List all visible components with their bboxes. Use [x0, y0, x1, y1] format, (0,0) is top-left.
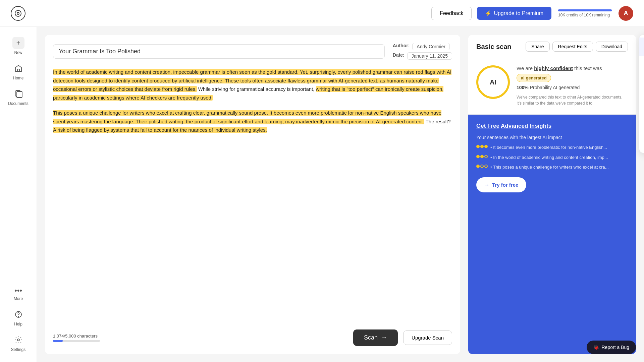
dropdown-item[interactable]: Writing feedback [639, 94, 644, 113]
plus-icon: + [12, 37, 24, 49]
insight-row: • In the world of academic writing and c… [476, 154, 628, 161]
confidence-strong: highly confident [534, 65, 573, 71]
doc-body: In the world of academic writing and con… [53, 68, 452, 324]
credits-info: 10K credits of 10K remaining [558, 9, 612, 17]
upgrade-scan-button[interactable]: Upgrade Scan [403, 330, 452, 345]
app-logo[interactable] [11, 6, 25, 21]
dot [484, 155, 488, 158]
progress-bar-track [53, 340, 100, 342]
dot [484, 165, 488, 168]
dropdown-item[interactable]: Search Sources [639, 131, 644, 150]
credits-text: 10K credits of 10K remaining [558, 13, 610, 17]
try-free-label: Try for free [492, 182, 518, 188]
avatar[interactable]: A [619, 6, 633, 21]
progress-bar-fill [53, 340, 63, 342]
dot [480, 165, 484, 168]
doc-header: Author: Andy Cormier Date: January 11, 2… [53, 43, 452, 60]
svg-point-6 [18, 316, 18, 317]
insights-title: Get Free Advanced Insights [476, 123, 628, 129]
dot [480, 155, 484, 158]
scan-title: Basic scan [476, 43, 512, 51]
sidebar-item-help[interactable]: Help [0, 306, 37, 331]
dot [480, 145, 484, 148]
confidence-end: this text was [574, 65, 602, 71]
scan-result-headline: We are highly confident this text was [517, 65, 628, 71]
highlighted-text-3: This poses a unique challenge for writer… [53, 110, 441, 124]
sidebar-settings-label: Settings [11, 347, 25, 352]
try-free-button[interactable]: → Try for free [476, 177, 526, 192]
arrow-right-icon: → [484, 182, 489, 188]
date-row: Date: January 11, 2025 [393, 52, 452, 60]
scan-result-note: We've compared this text to other AI-gen… [517, 94, 628, 106]
dot [476, 165, 480, 168]
insights-subtitle: Your sentences with the largest AI impac… [476, 135, 628, 140]
insight-text: • It becomes even more problematic for n… [490, 144, 607, 151]
home-icon [14, 64, 22, 74]
dropdown-item[interactable]: Plagiarism scan [639, 113, 644, 131]
insight-row: • It becomes even more problematic for n… [476, 144, 628, 151]
request-edits-button[interactable]: Request Edits [552, 42, 593, 52]
svg-point-0 [15, 10, 21, 16]
author-value: Andy Cormier [412, 43, 450, 50]
paragraph-1: In the world of academic writing and con… [53, 68, 452, 102]
feedback-button[interactable]: Feedback [431, 7, 472, 20]
doc-meta: Author: Andy Cormier Date: January 11, 2… [393, 43, 452, 60]
sidebar-item-more[interactable]: ••• More [0, 282, 37, 306]
highlighted-text-4: A risk of being flagged by systems that … [53, 127, 267, 133]
download-button[interactable]: Download [596, 42, 628, 52]
scan-result-text: We are highly confident this text was ai… [517, 65, 628, 106]
report-bug-button[interactable]: 🐞 Report a Bug [587, 341, 636, 354]
content-area: Author: Andy Cormier Date: January 11, 2… [37, 27, 644, 362]
ai-badge: ai generated [517, 74, 551, 82]
scan-label: Scan [364, 334, 378, 341]
svg-point-7 [17, 339, 19, 341]
insight-text: • In the world of academic writing and c… [490, 154, 608, 161]
doc-footer: 1,074/5,000 characters Scan → Upgrade Sc… [53, 329, 452, 346]
sidebar-new-label: New [14, 50, 22, 55]
sidebar-help-label: Help [14, 322, 22, 326]
advanced-link[interactable]: Advanced [501, 123, 528, 129]
sidebar-item-home[interactable]: Home [0, 60, 37, 85]
arrow-icon: → [381, 334, 387, 341]
dropdown-item[interactable]: AI Vocabulary [639, 75, 644, 94]
insight-dots [476, 165, 488, 168]
paragraph-2: This poses a unique challenge for writer… [53, 109, 452, 134]
lightning-icon: ⚡ [485, 10, 492, 16]
advanced-insights-card: Get Free Advanced Insights Your sentence… [468, 115, 636, 354]
sidebar-item-settings[interactable]: Settings [0, 331, 37, 357]
svg-point-1 [17, 12, 19, 14]
scan-actions: Share Request Edits Download [526, 42, 628, 52]
svg-rect-4 [17, 92, 22, 98]
char-count: 1,074/5,000 characters [53, 334, 100, 339]
author-row: Author: Andy Cormier [393, 43, 452, 50]
insight-row: • This poses a unique challenge for writ… [476, 164, 628, 171]
dot [476, 155, 480, 158]
help-icon [14, 310, 22, 320]
scan-button[interactable]: Scan → [353, 329, 398, 346]
bug-icon: 🐞 [593, 345, 599, 350]
ai-confidence-circle: AI [476, 65, 510, 99]
documents-icon [14, 90, 22, 100]
upgrade-button[interactable]: ⚡ Upgrade to Premium [477, 7, 551, 20]
topbar: Feedback ⚡ Upgrade to Premium 10K credit… [0, 0, 644, 27]
settings-icon [14, 336, 22, 346]
dropdown-menu: Basic scanAdvanced scanAI VocabularyWrit… [639, 35, 644, 153]
dot [484, 145, 488, 148]
svg-rect-2 [17, 69, 19, 71]
share-button[interactable]: Share [526, 42, 549, 52]
scan-result-prob: 100% Probability AI generated [517, 85, 628, 90]
doc-title-input[interactable] [53, 44, 385, 59]
dropdown-item[interactable]: Advanced scan [639, 56, 644, 75]
sidebar: + New Home Documents ••• Mo [0, 27, 37, 362]
dot [476, 145, 480, 148]
sidebar-item-documents[interactable]: Documents [0, 85, 37, 111]
dropdown-item[interactable]: Basic scan [639, 38, 644, 56]
sidebar-home-label: Home [13, 76, 23, 80]
insights-rows: • It becomes even more problematic for n… [476, 144, 628, 171]
insight-text: • This poses a unique challenge for writ… [490, 164, 609, 171]
more-icon: ••• [14, 286, 22, 295]
insight-dots [476, 145, 488, 148]
date-value: January 11, 2025 [407, 52, 452, 60]
sidebar-item-new[interactable]: + New [0, 32, 37, 60]
report-bug-label: Report a Bug [602, 345, 630, 350]
